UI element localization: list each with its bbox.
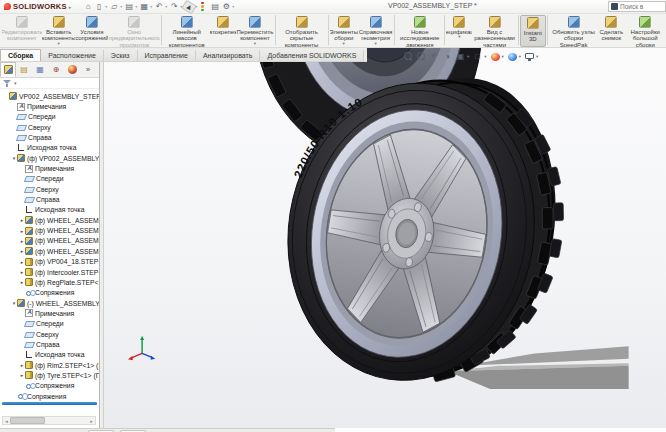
edit-appearance-icon[interactable] xyxy=(508,53,517,61)
previous-view-icon[interactable]: ↶ xyxy=(430,51,439,62)
ribbon-item-bill-of-materials[interactable]: Спецификация▾ xyxy=(446,15,472,47)
tree-item[interactable]: ▸(ф) VP004_18.STEP<1> (По ум xyxy=(0,257,99,267)
ribbon-item-large-assembly-settings[interactable]: Настройки большой сборки xyxy=(624,15,666,47)
display-style-icon[interactable]: □ xyxy=(473,51,482,62)
property-manager-tab[interactable]: ▤ xyxy=(16,62,32,77)
dropdown-caret-icon[interactable]: ▾ xyxy=(458,35,460,39)
tree-item[interactable]: Сверху xyxy=(0,329,99,339)
dropdown-caret-icon[interactable]: ▾ xyxy=(135,4,137,9)
tree-item[interactable]: Сверху xyxy=(0,184,99,194)
tab-расположение[interactable]: Расположение xyxy=(41,50,104,61)
tree-item[interactable]: Справа xyxy=(0,194,99,204)
dropdown-caret-icon[interactable]: ▾ xyxy=(105,4,107,9)
section-view-icon[interactable]: ◑ xyxy=(443,51,452,62)
more-tabs-chevron-icon[interactable]: » xyxy=(80,62,96,77)
tab-сборка[interactable]: Сборка xyxy=(0,49,41,61)
tab-эскиз[interactable]: Эскиз xyxy=(104,50,138,61)
dropdown-caret-icon[interactable]: ▾ xyxy=(57,42,59,46)
dropdown-caret-icon[interactable]: ▾ xyxy=(467,54,469,59)
tree-item[interactable]: ▸(ф) WHEEL_ASSEMBLY_2.STEP xyxy=(0,246,99,256)
ribbon-item-instant3d[interactable]: Instant 3D xyxy=(520,15,546,47)
file-properties-icon[interactable]: ▤ xyxy=(210,2,220,12)
print-icon[interactable]: ▦ xyxy=(139,2,149,12)
ribbon-item-smart-fasteners[interactable]: Автокрепежи xyxy=(210,15,236,47)
dropdown-caret-icon[interactable]: ▾ xyxy=(536,54,538,59)
tree-item[interactable]: Сопряжения xyxy=(0,381,99,391)
dropdown-caret-icon[interactable]: ▾ xyxy=(254,42,256,46)
configuration-manager-tab[interactable]: ▦ xyxy=(32,62,48,77)
ribbon-item-move-component[interactable]: Переместить компонент▾ xyxy=(236,15,273,47)
tree-item[interactable]: Сверху xyxy=(0,122,99,132)
tree-item[interactable]: Сопряжения xyxy=(0,391,99,401)
tree-item[interactable]: Спереди xyxy=(0,174,99,184)
zoom-to-area-icon[interactable] xyxy=(417,52,426,61)
dropdown-caret-icon[interactable]: ▾ xyxy=(519,54,521,59)
home-icon[interactable]: ⌂ xyxy=(83,2,93,12)
dropdown-caret-icon[interactable]: ▾ xyxy=(374,42,376,46)
hide-show-items-icon[interactable] xyxy=(491,53,500,61)
ribbon-item-assembly-features[interactable]: Элементы сборки▾ xyxy=(330,15,358,47)
tree-item[interactable]: Примечания xyxy=(0,101,99,111)
tree-item[interactable]: Справа xyxy=(0,132,99,142)
dropdown-caret-icon[interactable]: ▾ xyxy=(484,54,486,59)
search-input[interactable] xyxy=(620,3,666,10)
open-document-icon[interactable]: ▱ xyxy=(109,2,119,12)
tab-анализировать[interactable]: Анализировать xyxy=(196,50,261,61)
tree-item[interactable]: ▸(ф) Tyre.STEP<1> (По умолч xyxy=(0,370,99,380)
ribbon-item-show-hidden-components[interactable]: Отобразить скрытые компоненты xyxy=(277,15,327,47)
dropdown-caret-icon[interactable]: ▾ xyxy=(343,42,345,46)
ribbon-item-linear-component-pattern[interactable]: Линейный массив компонентов▾ xyxy=(163,15,210,47)
tree-item[interactable]: Примечания xyxy=(0,163,99,173)
tree-item[interactable]: Спереди xyxy=(0,112,99,122)
scrollbar-thumb[interactable] xyxy=(10,417,45,424)
tree-item[interactable]: VP002_ASSEMBLY_STEP (По умолчани xyxy=(0,91,99,101)
dropdown-caret-icon[interactable]: ▾ xyxy=(232,4,234,9)
tree-item[interactable]: ▸(ф) WHEEL_ASSEMBLY_2.STEP xyxy=(0,215,99,225)
tree-item[interactable]: Справа xyxy=(0,339,99,349)
display-manager-tab[interactable] xyxy=(64,62,80,77)
tree-filter-row[interactable]: ▾ xyxy=(0,78,99,89)
tree-item[interactable]: ▸(ф) WHEEL_ASSEMBLY_2.STEP xyxy=(0,225,99,235)
ribbon-item-exploded-view[interactable]: Вид с разнесенными частями▾ xyxy=(472,15,517,47)
dropdown-caret-icon[interactable]: ▾ xyxy=(150,4,152,9)
tree-item[interactable]: ▾(-) WHEEL_ASSEMBLY_2_STEP.STEP xyxy=(0,298,99,308)
new-document-icon[interactable]: ▯ xyxy=(94,2,104,12)
rollback-bar[interactable] xyxy=(2,402,97,405)
tab-добавления-solidworks[interactable]: Добавления SOLIDWORKS xyxy=(260,50,364,61)
tree-item[interactable]: ▸(ф) RegPlate.STEP<1> (По ум xyxy=(0,277,99,287)
filter-caret-icon[interactable]: ▾ xyxy=(14,80,17,86)
dropdown-caret-icon[interactable]: ▾ xyxy=(502,54,504,59)
ribbon-item-new-motion-study[interactable]: Новое исследование движения xyxy=(396,15,443,47)
tree-item[interactable]: Сопряжения xyxy=(0,288,99,298)
tree-item[interactable]: ▸(ф) Rim2.STEP<1> (По умолч xyxy=(0,360,99,370)
tree-item[interactable]: ▸(ф) Intercooler.STEP<1> (По xyxy=(0,267,99,277)
tree-item[interactable]: Спереди xyxy=(0,319,99,329)
scroll-left-arrow-icon[interactable]: ◂ xyxy=(3,418,10,424)
tree-horizontal-scrollbar[interactable]: ◂ ▸ xyxy=(2,416,96,425)
redo-icon[interactable]: ↷ xyxy=(169,2,179,12)
dimxpert-manager-tab[interactable]: ⊕ xyxy=(48,62,64,77)
undo-icon[interactable]: ↶ xyxy=(154,2,164,12)
save-icon[interactable]: ▤ xyxy=(124,2,134,12)
feature-manager-tab[interactable] xyxy=(0,62,16,77)
tree-item[interactable]: Исходная точка xyxy=(0,143,99,153)
dropdown-caret-icon[interactable]: ▾ xyxy=(165,4,167,9)
tree-item[interactable]: Исходная точка xyxy=(0,205,99,215)
tree-item[interactable]: Исходная точка xyxy=(0,350,99,360)
zoom-to-fit-icon[interactable] xyxy=(404,52,413,61)
view-orientation-icon[interactable]: ▣ xyxy=(456,51,465,62)
menu-flyout-arrow-icon[interactable]: ▸ xyxy=(69,4,72,10)
tree-item[interactable]: ▸(ф) WHEEL_ASSEMBLY_2.STEP xyxy=(0,236,99,246)
options-gear-icon[interactable]: ⚙ xyxy=(221,2,231,12)
filter-funnel-icon[interactable] xyxy=(3,79,12,88)
view-settings-icon[interactable] xyxy=(525,53,534,59)
panel-splitter[interactable] xyxy=(100,62,104,428)
scroll-right-arrow-icon[interactable]: ▸ xyxy=(88,418,95,424)
tab-исправление[interactable]: Исправление xyxy=(138,50,196,61)
solidworks-logo[interactable]: SOLIDWORKS ▸ xyxy=(0,2,75,11)
ribbon-item-insert-components[interactable]: Вставить компоненты▾ xyxy=(42,15,76,47)
tree-item[interactable]: Примечания xyxy=(0,308,99,318)
ribbon-item-mate-conditions[interactable]: Условия сопряжений xyxy=(76,15,109,47)
rebuild-traffic-light-icon[interactable] xyxy=(199,1,209,13)
ribbon-item-update-speedpak[interactable]: Обновить узлы сборки SpeedPak xyxy=(549,15,598,47)
